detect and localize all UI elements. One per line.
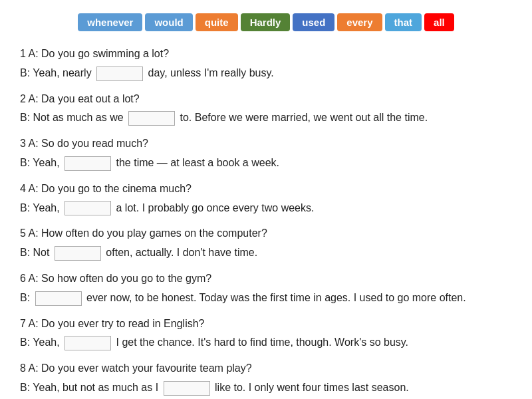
answer-6: B: ever now, to be honest. Today was the… [20,289,512,308]
qa-block-6: 6 A: So how often do you go to the gym?B… [20,269,512,308]
word-tag-all[interactable]: all [424,13,454,31]
word-tag-quite[interactable]: quite [196,13,238,31]
qa-block-8: 8 A: Do you ever watch your favourite te… [20,359,512,398]
question-7: 7 A: Do you ever try to read in English? [20,315,512,334]
qa-block-3: 3 A: So do you read much?B: Yeah, the ti… [20,134,512,173]
answer-8: B: Yeah, but not as much as I like to. I… [20,378,512,398]
blank-3[interactable] [65,156,111,171]
blank-5[interactable] [55,246,101,261]
word-tag-used[interactable]: used [293,13,334,31]
word-tag-would[interactable]: would [145,13,192,31]
qa-block-2: 2 A: Da you eat out a lot?B: Not as much… [20,90,512,128]
question-4: 4 A: Do you go to the cinema much? [20,180,512,199]
qa-block-5: 5 A: How often do you play games on the … [20,224,512,263]
question-2: 2 A: Da you eat out a lot? [20,90,512,109]
word-tag-that[interactable]: that [385,13,422,31]
question-3: 3 A: So do you read much? [20,134,512,154]
blank-4[interactable] [65,201,111,215]
question-5: 5 A: How often do you play games on the … [20,224,512,243]
blank-6[interactable] [35,291,82,306]
answer-4: B: Yeah, a lot. I probably go once every… [20,199,512,218]
word-tag-Hardly[interactable]: Hardly [241,13,291,31]
blank-1[interactable] [96,66,143,81]
qa-list: 1 A: Do you go swimming a lot?B: Yeah, n… [20,45,512,398]
word-bank: wheneverwouldquiteHardlyusedeverythatall [20,13,512,31]
answer-3: B: Yeah, the time — at least a book a we… [20,154,512,173]
word-tag-every[interactable]: every [337,13,382,31]
blank-7[interactable] [65,336,111,350]
blank-8[interactable] [164,381,210,396]
question-8: 8 A: Do you ever watch your favourite te… [20,359,512,378]
answer-7: B: Yeah, I get the chance. It's hard to … [20,333,512,352]
qa-block-4: 4 A: Do you go to the cinema much?B: Yea… [20,180,512,218]
question-1: 1 A: Do you go swimming a lot? [20,45,512,64]
answer-5: B: Not often, actually. I don't have tim… [20,243,512,263]
answer-2: B: Not as much as we to. Before we were … [20,108,512,128]
word-tag-whenever[interactable]: whenever [78,13,142,31]
question-6: 6 A: So how often do you go to the gym? [20,269,512,289]
answer-1: B: Yeah, nearly day, unless I'm really b… [20,64,512,83]
qa-block-7: 7 A: Do you ever try to read in English?… [20,315,512,353]
blank-2[interactable] [128,111,175,126]
qa-block-1: 1 A: Do you go swimming a lot?B: Yeah, n… [20,45,512,83]
